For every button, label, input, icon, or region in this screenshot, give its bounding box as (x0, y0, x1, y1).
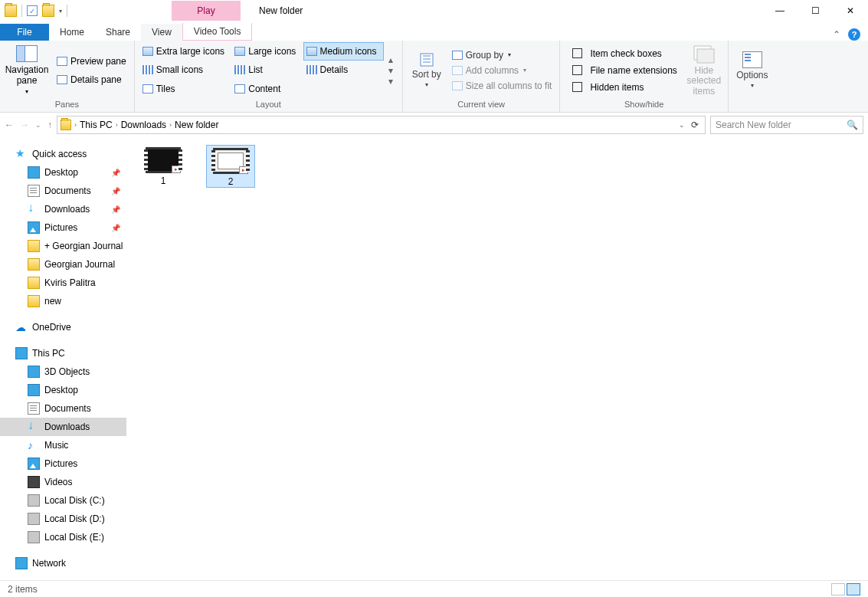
tree-item[interactable]: Local Disk (C:) (0, 491, 126, 510)
tab-home[interactable]: Home (49, 24, 95, 41)
music-icon: ♪ (28, 439, 40, 451)
ribbon-tabs: File Home Share View Video Tools ⌃ ? (0, 21, 868, 41)
tree-item[interactable]: Desktop (0, 381, 126, 399)
file-name-extensions-toggle[interactable]: File name extensions (569, 64, 680, 77)
tree-item[interactable]: Pictures📌 (0, 218, 126, 237)
separator (67, 5, 67, 17)
minimize-ribbon-icon[interactable]: ⌃ (833, 29, 840, 40)
up-button[interactable]: ↑ (47, 120, 52, 130)
search-box[interactable]: Search New folder 🔍 (710, 116, 863, 134)
breadcrumb-item[interactable]: This PC› (80, 120, 118, 130)
tree-item[interactable]: Desktop📌 (0, 163, 126, 182)
tiles-icon (142, 84, 153, 93)
tree-item[interactable]: Pictures (0, 454, 126, 473)
pin-icon: 📌 (111, 187, 120, 195)
qat-newfolder-icon[interactable] (42, 5, 54, 17)
tree-onedrive[interactable]: ☁OneDrive (0, 318, 126, 336)
tree-item[interactable]: 3D Objects (0, 362, 126, 381)
tree-item[interactable]: ↓Downloads📌 (0, 200, 126, 218)
file-item[interactable]: ▸2 (206, 145, 255, 188)
tree-quick-access[interactable]: ★Quick access (0, 145, 126, 163)
pic-icon (28, 221, 40, 234)
video-thumbnail-icon: ▸ (213, 148, 248, 174)
list-icon (234, 65, 245, 74)
tab-share[interactable]: Share (95, 24, 141, 41)
status-text: 2 items (8, 584, 38, 595)
tree-item[interactable]: Local Disk (D:) (0, 510, 126, 528)
down-icon: ↓ (28, 203, 40, 215)
navigation-pane-icon (16, 45, 38, 62)
back-button[interactable]: ← (5, 120, 14, 130)
file-item[interactable]: ▸1 (139, 145, 188, 188)
tree-item[interactable]: Documents📌 (0, 182, 126, 200)
file-name: 1 (161, 175, 166, 186)
close-button[interactable]: ✕ (833, 0, 868, 21)
breadcrumb-item[interactable]: New folder (175, 120, 218, 130)
app-folder-icon (5, 5, 17, 17)
hidden-items-toggle[interactable]: Hidden items (569, 80, 680, 94)
desktop-icon (28, 384, 40, 396)
3d-icon (28, 366, 40, 378)
tree-item[interactable]: ↓Downloads (0, 418, 126, 436)
tree-item[interactable]: Kviris Palitra (0, 274, 126, 292)
address-dropdown-icon[interactable]: ⌄ (679, 121, 685, 129)
preview-pane-button[interactable]: Preview pane (54, 54, 129, 68)
help-icon[interactable]: ? (848, 28, 860, 41)
maximize-button[interactable]: ☐ (798, 0, 833, 21)
contextual-tab-play[interactable]: Play (172, 1, 241, 21)
group-by-button[interactable]: Group by▾ (449, 48, 555, 62)
add-columns-button[interactable]: Add columns▾ (449, 64, 555, 77)
checkbox-icon (572, 65, 582, 75)
tree-item[interactable]: ♪Music (0, 436, 126, 454)
tree-network[interactable]: Network (0, 554, 126, 572)
file-view[interactable]: ▸1▸2 (126, 137, 868, 589)
tree-item[interactable]: new (0, 292, 126, 310)
details-pane-button[interactable]: Details pane (54, 73, 129, 87)
tree-item[interactable]: Documents (0, 399, 126, 418)
refresh-button[interactable]: ⟳ (688, 120, 702, 130)
layout-scrollbar[interactable]: ▴▾▾ (384, 42, 398, 98)
details-pane-icon (57, 75, 67, 84)
layout-large[interactable]: Large icons (231, 42, 303, 61)
window-title: New folder (241, 0, 303, 21)
layout-small[interactable]: Small icons (139, 61, 232, 79)
tree-item[interactable]: Georgian Journal (0, 255, 126, 274)
recent-locations-button[interactable]: ⌄ (35, 121, 41, 129)
layout-extra-large[interactable]: Extra large icons (139, 42, 232, 61)
details-view-button[interactable] (831, 583, 845, 595)
tree-this-pc[interactable]: This PC (0, 344, 126, 362)
qat-properties-icon[interactable]: ✓ (27, 5, 38, 16)
disk-icon (28, 531, 40, 543)
qat-dropdown-icon[interactable]: ▾ (59, 8, 62, 15)
vid-icon (28, 476, 40, 488)
sort-by-button[interactable]: Sort by ▾ (408, 42, 446, 98)
layout-details[interactable]: Details (303, 61, 384, 79)
size-columns-button[interactable]: Size all columns to fit (449, 79, 555, 93)
forward-button[interactable]: → (20, 120, 29, 130)
tab-file[interactable]: File (0, 24, 49, 41)
options-button[interactable]: Options ▾ (733, 42, 771, 98)
fold-icon (28, 295, 40, 307)
chevron-right-icon: › (74, 121, 77, 129)
hide-selected-items-button[interactable]: Hide selected items (685, 42, 723, 98)
navigation-pane-button[interactable]: Navigation pane ▾ (5, 42, 49, 98)
item-check-boxes-toggle[interactable]: Item check boxes (569, 47, 680, 61)
ribbon-group-show-hide: Item check boxes File name extensions Hi… (560, 41, 728, 112)
file-name: 2 (228, 176, 234, 187)
tab-view[interactable]: View (141, 24, 182, 41)
layout-medium[interactable]: Medium icons (303, 42, 384, 61)
breadcrumb-item[interactable]: Downloads› (121, 120, 172, 130)
fold-icon (28, 240, 40, 252)
icons-view-button[interactable] (847, 583, 860, 595)
disk-icon (28, 494, 40, 507)
tree-item[interactable]: Videos (0, 473, 126, 491)
layout-tiles[interactable]: Tiles (139, 80, 232, 98)
layout-content[interactable]: Content (231, 80, 303, 98)
address-bar[interactable]: › This PC› Downloads› New folder ⌄ ⟳ (57, 116, 706, 134)
tab-video-tools[interactable]: Video Tools (182, 23, 253, 41)
layout-list[interactable]: List (231, 61, 303, 79)
chevron-down-icon: ▾ (425, 82, 428, 89)
tree-item[interactable]: + Georgian Journal (0, 237, 126, 255)
tree-item[interactable]: Local Disk (E:) (0, 528, 126, 546)
minimize-button[interactable]: — (762, 0, 798, 21)
